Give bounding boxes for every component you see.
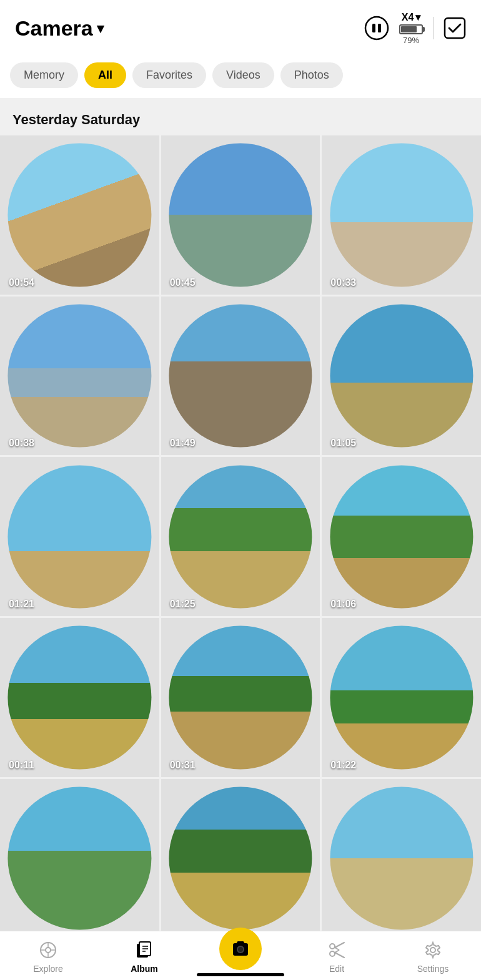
svg-rect-2 (378, 24, 381, 32)
explore-label: Explore (33, 964, 62, 974)
svg-point-23 (430, 948, 435, 953)
svg-point-17 (330, 944, 335, 949)
section-date-header: Yesterday Saturday (0, 98, 481, 135)
photo-circle (169, 786, 312, 929)
tab-all[interactable]: All (84, 62, 126, 88)
svg-point-0 (365, 17, 388, 39)
photo-circle (8, 626, 151, 769)
photo-circle (169, 465, 312, 608)
nav-item-camera[interactable] (216, 940, 265, 970)
zoom-chevron-icon: ▾ (415, 11, 420, 23)
photo-timestamp: 00:31 (170, 760, 196, 771)
svg-rect-1 (372, 24, 375, 32)
settings-label: Settings (417, 964, 449, 974)
svg-point-5 (46, 948, 51, 953)
photo-cell[interactable]: 01:06 (322, 457, 481, 616)
svg-point-16 (238, 947, 243, 952)
svg-line-19 (335, 943, 344, 948)
tab-favorites[interactable]: Favorites (132, 62, 206, 88)
header: Camera ▾ X4 ▾ 79% (0, 0, 481, 54)
photo-cell[interactable]: 01:25 (161, 457, 320, 616)
photo-cell[interactable]: 01:22 (322, 618, 481, 777)
tab-photos[interactable]: Photos (280, 62, 343, 88)
photo-cell[interactable]: 00:33 (322, 135, 481, 295)
photo-timestamp: 00:11 (9, 760, 34, 771)
photo-circle (8, 786, 151, 929)
svg-line-22 (335, 950, 339, 953)
svg-line-20 (335, 953, 344, 958)
photo-timestamp: 01:05 (330, 438, 356, 449)
photo-cell[interactable]: 00:31 (161, 618, 320, 777)
photo-cell[interactable]: 01:21 (0, 457, 159, 616)
photo-timestamp: 01:21 (9, 599, 34, 610)
photo-timestamp: 01:06 (330, 599, 356, 610)
camera-capture-button[interactable] (219, 928, 262, 970)
album-icon (134, 940, 154, 960)
nav-item-edit[interactable]: Edit (312, 940, 362, 974)
photo-circle (330, 304, 473, 447)
date-label: Yesterday Saturday (12, 112, 140, 127)
svg-line-21 (335, 948, 339, 950)
photo-cell[interactable]: 01:05 (322, 296, 481, 456)
photo-circle (8, 144, 151, 287)
svg-rect-3 (445, 18, 465, 38)
photo-timestamp: 00:38 (9, 438, 34, 449)
photo-circle (8, 304, 151, 447)
photo-cell[interactable] (161, 779, 320, 938)
svg-point-18 (330, 951, 335, 956)
nav-item-settings[interactable]: Settings (408, 940, 458, 974)
photo-cell[interactable] (322, 779, 481, 938)
battery-percentage: 79% (403, 36, 419, 45)
app-title[interactable]: Camera ▾ (15, 16, 104, 41)
battery-zoom-block: X4 ▾ 79% (399, 11, 423, 45)
photo-timestamp: 00:45 (170, 277, 196, 288)
zoom-level[interactable]: X4 ▾ (402, 11, 421, 23)
pause-icon[interactable] (364, 16, 389, 41)
photo-circle (169, 144, 312, 287)
photo-circle (330, 465, 473, 608)
settings-gear-icon (423, 940, 443, 960)
photo-circle (330, 786, 473, 929)
photo-grid: 00:5400:4500:3300:3801:4901:0501:2101:25… (0, 135, 481, 938)
title-chevron-icon: ▾ (97, 21, 104, 37)
photo-circle (169, 626, 312, 769)
album-label: Album (131, 964, 158, 974)
tab-memory[interactable]: Memory (10, 62, 78, 88)
checkmark-icon[interactable] (444, 17, 466, 39)
nav-item-explore[interactable]: Explore (23, 940, 73, 974)
photo-circle (330, 144, 473, 287)
photo-cell[interactable]: 00:11 (0, 618, 159, 777)
photo-cell[interactable] (0, 779, 159, 938)
header-right-controls: X4 ▾ 79% (364, 11, 466, 45)
edit-scissors-icon (327, 940, 347, 960)
battery-bar (399, 24, 423, 34)
camera-icon (229, 938, 252, 960)
photo-circle (330, 626, 473, 769)
photo-cell[interactable]: 00:45 (161, 135, 320, 295)
tab-videos[interactable]: Videos (212, 62, 274, 88)
photo-timestamp: 00:33 (330, 277, 356, 288)
photo-timestamp: 01:25 (170, 599, 196, 610)
photo-circle (169, 304, 312, 447)
header-divider (433, 17, 434, 39)
photo-cell[interactable]: 00:38 (0, 296, 159, 456)
photo-timestamp: 00:54 (9, 277, 34, 288)
app-title-text: Camera (15, 16, 93, 41)
photo-cell[interactable]: 01:49 (161, 296, 320, 456)
photo-cell[interactable]: 00:54 (0, 135, 159, 295)
filter-tabs-bar: Memory All Favorites Videos Photos (0, 54, 481, 98)
edit-label: Edit (329, 964, 344, 974)
battery-fill (401, 26, 417, 32)
photo-timestamp: 01:22 (330, 760, 356, 771)
explore-icon (38, 940, 58, 960)
photo-timestamp: 01:49 (170, 438, 196, 449)
home-indicator (197, 973, 284, 976)
photo-circle (8, 465, 151, 608)
nav-item-album[interactable]: Album (119, 940, 169, 974)
